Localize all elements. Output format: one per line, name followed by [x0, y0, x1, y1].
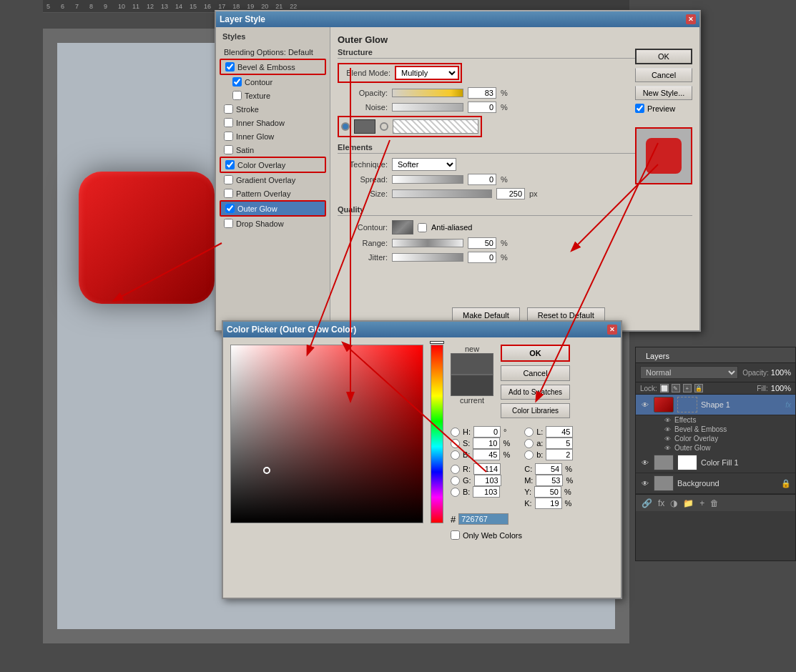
stroke-checkbox[interactable]	[224, 104, 233, 114]
technique-select[interactable]: Softer Precise	[392, 158, 456, 171]
effects-eye-icon[interactable]: 👁	[664, 417, 671, 424]
layer-style-close-btn[interactable]: ✕	[686, 14, 696, 24]
sidebar-item-satin[interactable]: Satin	[220, 143, 326, 157]
b2-input[interactable]	[546, 449, 573, 460]
new-style-button[interactable]: New Style...	[635, 86, 692, 100]
sidebar-item-gradient-overlay[interactable]: Gradient Overlay	[220, 173, 326, 187]
h-input[interactable]	[473, 426, 501, 438]
outer-glow-checkbox[interactable]	[225, 204, 235, 213]
b-radio[interactable]	[451, 450, 460, 460]
y-input[interactable]	[534, 486, 561, 498]
bevel-emboss-checkbox[interactable]	[225, 62, 235, 71]
r-radio[interactable]	[451, 465, 460, 474]
color-overlay-checkbox[interactable]	[225, 160, 235, 169]
color-picker-close-btn[interactable]: ✕	[607, 325, 617, 335]
noise-input[interactable]	[468, 102, 496, 113]
lock-position-icon[interactable]: +	[683, 384, 692, 392]
c-input[interactable]	[535, 463, 562, 475]
color-overlay-eye-icon[interactable]: 👁	[664, 435, 671, 443]
range-input[interactable]	[468, 237, 496, 249]
m-input[interactable]	[536, 475, 563, 486]
inner-shadow-checkbox[interactable]	[224, 118, 233, 127]
color-picker-ok-button[interactable]: OK	[501, 345, 570, 362]
b2-radio[interactable]	[524, 450, 534, 460]
sidebar-item-contour[interactable]: Contour	[220, 75, 326, 89]
range-slider[interactable]	[392, 239, 463, 247]
add-to-swatches-button[interactable]: Add to Swatches	[501, 385, 570, 400]
contour-checkbox[interactable]	[232, 77, 242, 87]
inner-glow-checkbox[interactable]	[224, 132, 233, 141]
add-style-icon[interactable]: fx	[658, 498, 664, 508]
sidebar-item-inner-glow[interactable]: Inner Glow	[220, 129, 326, 143]
cancel-button[interactable]: Cancel	[635, 68, 692, 82]
b-input[interactable]	[473, 449, 500, 460]
delete-layer-icon[interactable]: 🗑	[710, 498, 719, 508]
b3-radio[interactable]	[451, 488, 460, 497]
size-slider[interactable]	[392, 189, 492, 198]
sidebar-item-pattern-overlay[interactable]: Pattern Overlay	[220, 187, 326, 200]
size-input[interactable]	[496, 188, 525, 199]
opacity-slider[interactable]	[392, 89, 463, 97]
layer-color-fill1[interactable]: 👁 Color Fill 1	[636, 453, 795, 473]
current-swatch[interactable]	[451, 375, 493, 396]
l-radio[interactable]	[524, 428, 534, 437]
gradient-overlay-checkbox[interactable]	[224, 175, 233, 184]
eye-icon-shape1[interactable]: 👁	[640, 400, 650, 410]
a-input[interactable]	[546, 438, 573, 449]
g-radio[interactable]	[451, 476, 460, 485]
solid-color-radio[interactable]	[341, 122, 350, 131]
drop-shadow-checkbox[interactable]	[224, 219, 233, 228]
sidebar-item-stroke[interactable]: Stroke	[220, 102, 326, 116]
ok-button[interactable]: OK	[635, 49, 692, 64]
k-input[interactable]	[535, 498, 562, 509]
lock-pixels-icon[interactable]: ✎	[672, 384, 680, 392]
lock-transparent-icon[interactable]: ⬜	[660, 384, 669, 392]
layer-background[interactable]: 👁 Background 🔒	[636, 473, 795, 494]
gradient-radio[interactable]	[380, 122, 388, 131]
s-radio[interactable]	[451, 439, 460, 448]
sidebar-item-outer-glow[interactable]: Outer Glow	[220, 200, 326, 217]
add-layer-icon[interactable]: +	[699, 498, 704, 508]
jitter-input[interactable]	[468, 252, 496, 263]
outer-glow-eye-icon[interactable]: 👁	[664, 445, 671, 452]
hue-bar[interactable]	[431, 345, 443, 523]
sidebar-item-texture[interactable]: Texture	[220, 89, 326, 102]
texture-checkbox[interactable]	[232, 91, 242, 100]
l-input[interactable]	[546, 426, 573, 438]
sidebar-item-bevel-emboss[interactable]: Bevel & Emboss	[220, 59, 326, 75]
spread-input[interactable]	[468, 174, 496, 185]
blend-mode-select[interactable]: Multiply Normal Screen	[395, 66, 459, 80]
color-swatch-box[interactable]	[354, 119, 375, 134]
noise-slider[interactable]	[392, 103, 463, 112]
eye-icon-background[interactable]: 👁	[640, 478, 650, 488]
bevel-eye-icon[interactable]: 👁	[664, 426, 671, 433]
h-radio[interactable]	[451, 428, 460, 437]
blending-mode-select[interactable]: Normal Multiply Screen	[640, 366, 738, 379]
satin-checkbox[interactable]	[224, 145, 233, 154]
new-swatch[interactable]	[451, 353, 493, 375]
opacity-input[interactable]	[468, 87, 496, 99]
sidebar-item-color-overlay[interactable]: Color Overlay	[220, 157, 326, 173]
adjustment-icon[interactable]: ◑	[670, 498, 677, 508]
sidebar-item-drop-shadow[interactable]: Drop Shadow	[220, 217, 326, 230]
r-input[interactable]	[473, 463, 501, 475]
eye-icon-colorfill1[interactable]: 👁	[640, 458, 650, 468]
only-web-colors-checkbox[interactable]	[451, 530, 460, 540]
layers-tab[interactable]: Layers	[642, 349, 674, 362]
contour-preview[interactable]	[392, 220, 413, 234]
color-picker-cancel-button[interactable]: Cancel	[501, 365, 570, 381]
link-icon[interactable]: 🔗	[642, 498, 652, 508]
lock-all-icon[interactable]: 🔒	[694, 384, 703, 392]
hue-slider[interactable]	[430, 341, 444, 344]
color-libraries-button[interactable]: Color Libraries	[501, 403, 570, 418]
a-radio[interactable]	[524, 439, 534, 448]
group-icon[interactable]: 📁	[683, 498, 694, 508]
s-input[interactable]	[473, 438, 500, 449]
sidebar-item-inner-shadow[interactable]: Inner Shadow	[220, 116, 326, 129]
hex-input[interactable]	[458, 513, 508, 525]
jitter-slider[interactable]	[392, 253, 463, 262]
anti-aliased-checkbox[interactable]	[418, 223, 427, 232]
color-gradient-box[interactable]	[230, 345, 423, 523]
gradient-bar[interactable]	[393, 119, 478, 134]
g-input[interactable]	[474, 475, 501, 486]
